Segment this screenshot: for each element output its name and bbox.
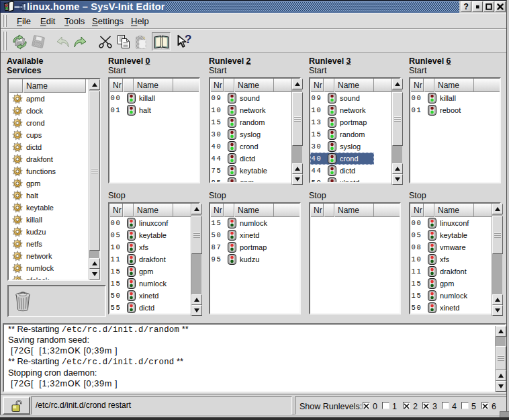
svg-text:?: ?: [185, 34, 191, 46]
